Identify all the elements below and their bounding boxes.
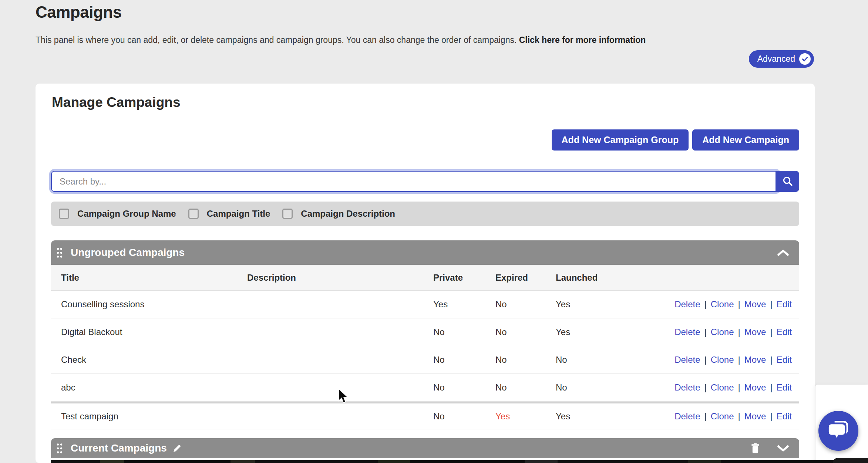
add-new-campaign-group-button[interactable]: Add New Campaign Group [552,129,689,151]
delete-link[interactable]: Delete [674,327,700,337]
cell-title: Test campaign [51,411,247,422]
cell-expired: No [495,327,556,337]
advanced-toggle[interactable]: Advanced [749,50,814,68]
move-link[interactable]: Move [744,327,766,337]
move-link[interactable]: Move [744,382,766,393]
column-header-private: Private [433,273,495,283]
cell-launched: Yes [556,411,630,422]
clone-link[interactable]: Clone [711,327,734,337]
action-separator: | [704,411,707,422]
filter-option[interactable]: Campaign Title [188,209,270,219]
add-new-campaign-button[interactable]: Add New Campaign [692,129,799,151]
edit-link[interactable]: Edit [777,299,792,310]
filter-label: Campaign Title [207,209,270,219]
filter-label: Campaign Description [301,209,395,219]
cell-private: No [433,382,495,393]
cell-expired: Yes [495,411,556,422]
action-separator: | [738,411,740,422]
search-button[interactable] [776,171,799,192]
chat-bubbles-icon [827,420,850,442]
delete-link[interactable]: Delete [674,299,700,310]
column-header-expired: Expired [495,273,556,283]
current-campaigns-header[interactable]: Current Campaigns [51,438,799,458]
group-title: Current Campaigns [71,442,167,454]
cell-title: Digital Blackout [51,327,247,337]
action-separator: | [770,411,772,422]
row-actions: Delete|Clone|Move|Edit [630,355,799,365]
search-bar [51,171,799,192]
search-filters: Campaign Group NameCampaign TitleCampaig… [51,202,799,226]
checkbox-unchecked[interactable] [282,209,293,219]
search-icon [782,175,793,188]
cell-private: No [433,327,495,337]
clone-link[interactable]: Clone [711,299,734,310]
column-header-launched: Launched [556,273,630,283]
row-actions: Delete|Clone|Move|Edit [630,382,799,393]
cell-launched: Yes [556,327,630,337]
move-link[interactable]: Move [744,299,766,310]
filter-option[interactable]: Campaign Group Name [59,209,176,219]
action-separator: | [704,355,707,365]
table-row: CheckNoNoNoDelete|Clone|Move|Edit [51,346,799,374]
cell-launched: Yes [556,299,630,310]
cell-launched: No [556,355,630,365]
cell-title: Counselling sessions [51,299,247,310]
ungrouped-campaigns-section: Ungrouped Campaigns TitleDescriptionPriv… [51,240,799,429]
cell-expired: No [495,299,556,310]
clipped-content-strip [51,460,868,463]
clone-link[interactable]: Clone [711,355,734,365]
manage-campaigns-panel: Manage Campaigns Add New Campaign Group … [36,84,815,463]
action-separator: | [770,355,772,365]
action-separator: | [738,327,740,337]
action-separator: | [770,327,772,337]
action-separator: | [738,355,740,365]
group-title: Ungrouped Campaigns [71,247,185,258]
more-info-link[interactable]: Click here for more information [519,35,646,45]
column-header-description: Description [247,273,433,283]
delete-link[interactable]: Delete [674,382,700,393]
action-separator: | [738,299,740,310]
campaigns-page: Campaigns This panel is where you can ad… [0,0,868,46]
page-description: This panel is where you can add, edit, o… [36,35,813,46]
action-separator: | [738,382,740,393]
drag-handle-icon[interactable] [56,247,63,258]
panel-actions: Add New Campaign Group Add New Campaign [51,129,799,151]
table-row: Test campaignNoYesYesDelete|Clone|Move|E… [51,402,799,429]
cell-title: abc [51,382,247,393]
collapse-chevron-up-icon[interactable] [777,249,790,257]
action-separator: | [770,382,772,393]
edit-link[interactable]: Edit [777,382,792,393]
page-header: Campaigns This panel is where you can ad… [0,0,868,46]
table-row: Digital BlackoutNoNoYesDelete|Clone|Move… [51,318,799,346]
table-row: abcNoNoNoDelete|Clone|Move|Edit [51,374,799,402]
cell-expired: No [495,355,556,365]
clone-link[interactable]: Clone [711,411,734,422]
edit-link[interactable]: Edit [777,327,792,337]
drag-handle-icon[interactable] [56,443,63,454]
edit-link[interactable]: Edit [777,411,792,422]
action-separator: | [704,327,707,337]
chat-launcher-button[interactable] [818,411,858,451]
cell-private: Yes [433,299,495,310]
edit-link[interactable]: Edit [777,355,792,365]
advanced-label: Advanced [757,54,795,64]
cell-title: Check [51,355,247,365]
row-actions: Delete|Clone|Move|Edit [630,411,799,422]
delete-link[interactable]: Delete [674,355,700,365]
ungrouped-campaigns-header[interactable]: Ungrouped Campaigns [51,240,799,265]
edit-pencil-icon[interactable] [172,444,182,453]
search-input[interactable] [51,171,779,192]
row-actions: Delete|Clone|Move|Edit [630,327,799,337]
clone-link[interactable]: Clone [711,382,734,393]
filter-option[interactable]: Campaign Description [282,209,395,219]
move-link[interactable]: Move [744,355,766,365]
delete-link[interactable]: Delete [674,411,700,422]
move-link[interactable]: Move [744,411,766,422]
cell-private: No [433,411,495,422]
checkbox-unchecked[interactable] [188,209,199,219]
panel-title: Manage Campaigns [52,95,799,110]
cell-private: No [433,355,495,365]
delete-group-trash-icon[interactable] [751,443,760,454]
expand-chevron-down-icon[interactable] [777,445,790,452]
checkbox-unchecked[interactable] [59,209,69,219]
